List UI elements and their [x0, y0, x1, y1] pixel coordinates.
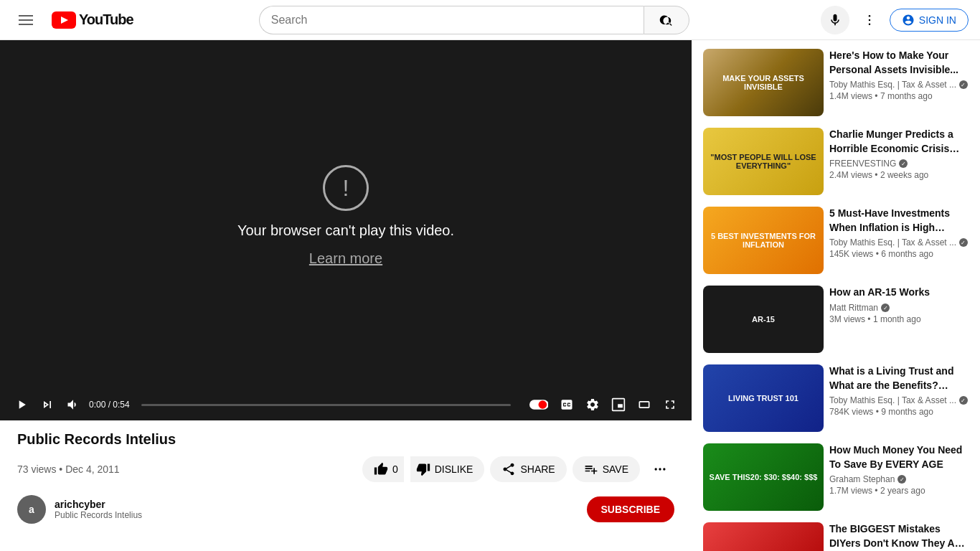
search-icon [659, 13, 674, 27]
rec-title: How Much Money You Need To Save By EVERY… [829, 443, 969, 471]
rec-item-rec5[interactable]: LIVING TRUST 101 What is a Living Trust … [700, 362, 971, 435]
thumbs-up-icon [374, 462, 388, 476]
sidebar-recommendations: MAKE YOUR ASSETS INVISIBLE Here's How to… [692, 40, 980, 551]
rec-channel: Toby Mathis Esq. | Tax & Asset ... [829, 395, 969, 405]
search-button[interactable] [644, 6, 689, 34]
like-count: 0 [392, 463, 398, 475]
cc-icon [560, 397, 574, 412]
more-horiz-icon [653, 462, 667, 476]
rec-info-rec6: How Much Money You Need To Save By EVERY… [829, 443, 969, 511]
rec-thumb-rec1: MAKE YOUR ASSETS INVISIBLE [703, 49, 824, 116]
video-actions: 0 DISLIKE SHARE SAVE [362, 455, 674, 484]
channel-row: a arichcyber Public Records Intelius SUB… [0, 484, 692, 535]
rec-info-rec7: The BIGGEST Mistakes DIYers Don't Know T… [829, 522, 969, 551]
share-icon [501, 462, 516, 476]
verified-icon [881, 303, 890, 312]
header-right: SIGN IN [815, 6, 969, 34]
rec-channel: Toby Mathis Esq. | Tax & Asset ... [829, 237, 969, 248]
rec-thumb-rec7: Wrong! Bad [703, 522, 824, 551]
rec-thumb-rec2: "MOST PEOPLE WILL LOSE EVERYTHING" [703, 128, 824, 195]
rec-title: How an AR-15 Works [829, 286, 969, 300]
video-meta: 73 views • Dec 4, 2011 0 DISLIKE SHARE [17, 455, 674, 484]
svg-point-7 [655, 468, 657, 470]
dislike-label: DISLIKE [435, 463, 473, 475]
autoplay-toggle[interactable] [522, 395, 551, 415]
rec-info-rec2: Charlie Munger Predicts a Horrible Econo… [829, 128, 969, 195]
header-center [259, 6, 689, 34]
sign-in-label: SIGN IN [919, 14, 956, 26]
next-button[interactable] [37, 395, 57, 415]
settings-button[interactable] [583, 395, 603, 415]
svg-point-2 [869, 14, 871, 17]
share-button[interactable]: SHARE [490, 456, 566, 482]
thumbs-down-icon [416, 462, 430, 476]
channel-avatar[interactable]: a [17, 495, 46, 524]
video-title: Public Records Intelius [17, 429, 674, 449]
rec-item-rec6[interactable]: SAVE THIS20: $30: $$40: $$$ How Much Mon… [700, 441, 971, 514]
rec-item-rec1[interactable]: MAKE YOUR ASSETS INVISIBLE Here's How to… [700, 46, 971, 119]
youtube-logo-text: YouTube [79, 11, 133, 28]
rec-item-rec7[interactable]: Wrong! Bad The BIGGEST Mistakes DIYers D… [700, 519, 971, 551]
rec-meta: 784K views • 9 months ago [829, 407, 969, 417]
rec-item-rec3[interactable]: 5 BEST INVESTMENTS FOR INFLATION 5 Must-… [700, 204, 971, 277]
fullscreen-button[interactable] [660, 395, 680, 415]
dislike-button[interactable]: DISLIKE [410, 456, 485, 482]
youtube-logo-icon [52, 11, 76, 29]
learn-more-link[interactable]: Learn more [309, 250, 382, 267]
svg-point-4 [869, 23, 871, 25]
subscribe-button[interactable]: SUBSCRIBE [587, 496, 674, 522]
voice-search-button[interactable] [821, 6, 849, 34]
error-icon: ! [323, 165, 369, 211]
rec-channel: Graham Stephan [829, 474, 969, 484]
player-error-state: ! Your browser can't play this video. Le… [0, 40, 692, 392]
video-stats: 73 views • Dec 4, 2011 [17, 463, 120, 475]
main-content: ! Your browser can't play this video. Le… [0, 40, 980, 551]
rec-info-rec3: 5 Must-Have Investments When Inflation i… [829, 207, 969, 274]
time-display: 0:00 / 0:54 [89, 400, 130, 410]
rec-info-rec1: Here's How to Make Your Personal Assets … [829, 49, 969, 116]
miniplayer-icon [611, 397, 626, 412]
rec-info-rec4: How an AR-15 Works Matt Rittman 3M views… [829, 286, 969, 353]
volume-icon [66, 397, 80, 412]
channel-name[interactable]: arichcyber [55, 499, 142, 510]
more-actions-button[interactable] [646, 455, 674, 484]
hamburger-menu-button[interactable] [11, 6, 40, 34]
miniplayer-button[interactable] [608, 395, 628, 415]
video-info: Public Records Intelius 73 views • Dec 4… [0, 420, 692, 484]
svg-point-6 [539, 400, 547, 409]
search-input[interactable] [259, 6, 644, 34]
rec-title: Charlie Munger Predicts a Horrible Econo… [829, 128, 969, 156]
cc-button[interactable] [557, 395, 577, 415]
share-label: SHARE [520, 463, 555, 475]
rec-thumb-rec5: LIVING TRUST 101 [703, 364, 824, 432]
rec-title: Here's How to Make Your Personal Assets … [829, 49, 969, 77]
channel-info: arichcyber Public Records Intelius [55, 499, 142, 520]
svg-point-3 [869, 19, 871, 21]
video-player[interactable]: ! Your browser can't play this video. Le… [0, 40, 692, 392]
rec-meta: 1.7M views • 2 years ago [829, 486, 969, 496]
verified-icon [899, 159, 908, 168]
play-icon [14, 397, 29, 412]
more-options-button[interactable] [855, 6, 884, 34]
youtube-logo[interactable]: YouTube [52, 11, 133, 29]
skip-next-icon [40, 397, 55, 412]
like-button[interactable]: 0 [362, 456, 404, 482]
play-button[interactable] [11, 395, 32, 415]
error-message: Your browser can't play this video. [237, 222, 454, 239]
video-section: ! Your browser can't play this video. Le… [0, 40, 692, 551]
rec-meta: 1.4M views • 7 months ago [829, 91, 969, 101]
theater-mode-button[interactable] [634, 395, 654, 415]
rec-item-rec4[interactable]: AR-15 How an AR-15 Works Matt Rittman 3M… [700, 283, 971, 356]
save-icon [584, 462, 598, 476]
mic-icon [828, 13, 842, 27]
rec-meta: 145K views • 6 months ago [829, 249, 969, 259]
progress-bar[interactable] [141, 404, 511, 406]
volume-button[interactable] [63, 395, 83, 415]
header: YouTube SIGN IN [0, 0, 980, 40]
save-button[interactable]: SAVE [573, 456, 640, 482]
sign-in-button[interactable]: SIGN IN [890, 9, 969, 32]
rec-item-rec2[interactable]: "MOST PEOPLE WILL LOSE EVERYTHING" Charl… [700, 125, 971, 198]
rec-thumb-rec4: AR-15 [703, 286, 824, 353]
more-vert-icon [862, 13, 877, 27]
verified-icon [897, 475, 906, 484]
